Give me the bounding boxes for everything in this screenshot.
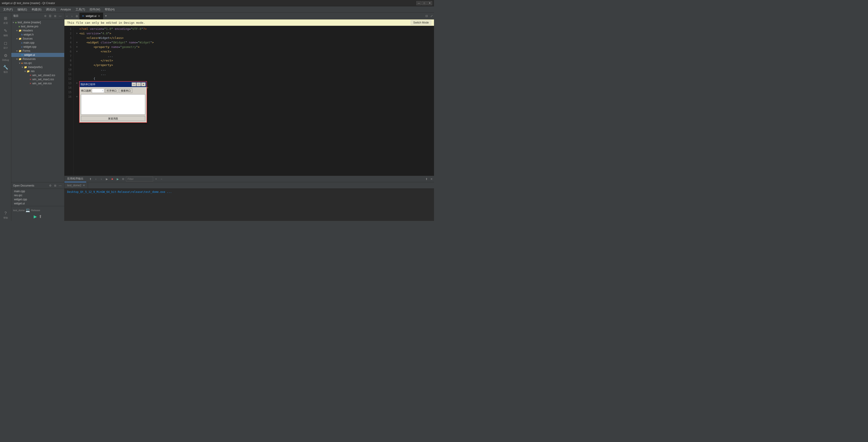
open-doc-main-cpp[interactable]: main.cpp <box>11 189 64 193</box>
folder-icon: 📁 <box>19 29 22 32</box>
build-selector: test_dome 💻 Release <box>13 208 62 212</box>
open-docs-sort-btn[interactable]: ⚙ <box>48 183 53 188</box>
bottom-upload-btn[interactable]: ⬆ <box>88 177 93 182</box>
open-doc-label: res.qrc <box>14 194 22 197</box>
open-doc-widget-cpp[interactable]: widget.cpp <box>11 197 64 201</box>
menu-analyze[interactable]: Analyze <box>58 7 73 12</box>
menu-controls[interactable]: 控件(W) <box>87 6 102 12</box>
computer-icon[interactable]: 💻 <box>26 208 30 212</box>
tree-item-ico2[interactable]: ✕ win_set_max1.ico <box>11 77 64 82</box>
tree-item-forms[interactable]: ▼ 📁 Forms <box>11 49 64 53</box>
design-label: 设计 <box>3 46 8 50</box>
tree-item-widget-h[interactable]: h widget.h <box>11 33 64 37</box>
menu-build[interactable]: 构建(B) <box>29 6 44 12</box>
menu-edit[interactable]: 编辑(E) <box>15 6 29 12</box>
run-icon[interactable]: ▶ <box>34 214 37 219</box>
tree-item-sources[interactable]: ▼ 📁 Sources <box>11 37 64 41</box>
open-doc-widget-ui[interactable]: widget.ui <box>11 201 64 206</box>
bottom-tab-output[interactable]: 应用程序输出 <box>64 176 86 182</box>
bottom-expand-btn[interactable]: ⬆ <box>424 177 429 182</box>
bottom-debug-btn[interactable]: ▶ <box>115 177 120 182</box>
bottom-forward-btn[interactable]: › <box>99 177 104 182</box>
code-line-5: ▼ <property name="geometry"> <box>76 45 431 49</box>
tree-item-label: /new/prefix1 <box>28 66 43 69</box>
tree-item-prefix[interactable]: ▼ 📁 /new/prefix1 <box>11 65 64 69</box>
tree-item-project[interactable]: ▼ ◆ test_dome [master] <box>11 20 64 24</box>
widget-minimize-btn[interactable]: — <box>132 82 136 86</box>
tab-menu-button[interactable]: ▼ <box>103 13 108 19</box>
open-docs-collapse-btn[interactable]: — <box>58 183 62 188</box>
tree-item-ico3[interactable]: ✕ win_set_min.ico <box>11 82 64 86</box>
run-controls: ▶ ⬆ <box>34 214 42 219</box>
send-message-btn[interactable]: 发送消息 <box>81 116 145 121</box>
minimize-button[interactable]: — <box>416 1 421 5</box>
widget-close-btn[interactable]: ✕ <box>141 82 146 86</box>
tab-close-btn[interactable]: ✕ <box>98 14 100 18</box>
sidebar-item-edit[interactable]: ✎ 编辑 <box>1 27 11 38</box>
bottom-run-btn[interactable]: ▶ <box>104 177 109 182</box>
debug-label: Debug <box>2 59 9 61</box>
editor-split-btn[interactable]: ⊟ <box>424 13 429 19</box>
output-tab-close-btn[interactable]: ✕ <box>83 184 85 187</box>
open-doc-res-qrc[interactable]: res.qrc <box>11 193 64 197</box>
welcome-label: 欢迎 <box>3 22 8 25</box>
tree-item-headers[interactable]: ▼ 📁 Headers <box>11 29 64 33</box>
tree-item-label: win_set_close2.ico <box>32 74 55 77</box>
code-line-3: <class>Widget</class> <box>76 36 431 40</box>
tab-icon: ✏ <box>82 14 84 18</box>
debug-run-icon[interactable]: ⬆ <box>39 214 42 219</box>
menu-help[interactable]: 帮助(H) <box>102 6 117 12</box>
bottom-stop-btn[interactable]: ■ <box>110 177 115 182</box>
tree-arrow-res-folder: ▼ <box>24 70 27 72</box>
bottom-close-btn[interactable]: ✕ <box>429 177 434 182</box>
sidebar-item-project[interactable]: 🔧 项目 <box>1 64 11 75</box>
help-icon: ? <box>4 211 6 216</box>
open-docs-split-btn[interactable]: ⊞ <box>53 183 57 188</box>
menu-debug[interactable]: 调试(D) <box>44 6 58 12</box>
maximize-button[interactable]: □ <box>422 1 427 5</box>
file-tree-filter-btn[interactable]: ⚙ <box>43 14 48 18</box>
tree-item-label: res.qrc <box>24 62 32 65</box>
editor-nav-bookmark[interactable]: ⊕ <box>74 13 80 19</box>
bottom-back-btn[interactable]: ‹ <box>93 177 98 182</box>
menu-file[interactable]: 文件(F) <box>1 6 15 12</box>
file-tree-collapse-btn[interactable]: — <box>58 14 62 18</box>
filter-input[interactable] <box>126 177 153 182</box>
sidebar-item-design[interactable]: ◻ 设计 <box>1 39 11 51</box>
widget-text-area[interactable] <box>81 94 145 115</box>
sidebar-item-help[interactable]: ? 帮助 <box>1 210 11 221</box>
filter-plus-btn[interactable]: + <box>154 177 158 182</box>
tree-arrow-forms: ▼ <box>16 50 19 52</box>
menu-tools[interactable]: 工具(T) <box>73 6 88 12</box>
editor-nav-forward[interactable]: › <box>69 13 74 19</box>
editor-expand-btn[interactable]: ⤢ <box>429 13 434 19</box>
tree-item-res-folder[interactable]: ▼ 📁 res <box>11 69 64 73</box>
tree-item-pro[interactable]: ■ test_dome.pro <box>11 24 64 29</box>
tree-item-res-qrc[interactable]: ▼ ■ res.qrc <box>11 61 64 65</box>
open-port-btn[interactable]: 打开串口 <box>105 88 118 93</box>
tree-item-ico1[interactable]: ✕ win_set_close2.ico <box>11 73 64 77</box>
widget-maximize-btn[interactable]: □ <box>136 82 141 86</box>
sidebar-item-debug[interactable]: ⚙ Debug <box>1 52 11 63</box>
editor-vertical-scrollbar[interactable] <box>431 26 434 176</box>
code-line-1: <?xml version="1.0" encoding="UTF-8"?> <box>76 27 431 31</box>
tree-item-widget-cpp[interactable]: c widget.cpp <box>11 45 64 49</box>
sources-folder-icon: 📁 <box>19 37 22 40</box>
tree-item-resources[interactable]: ▼ 📁 Resources <box>11 57 64 61</box>
filter-minus-btn[interactable]: − <box>159 177 164 182</box>
output-tab-test-dome2[interactable]: test_dome2 ✕ <box>64 182 88 189</box>
output-tab-label: test_dome2 <box>67 184 82 187</box>
tree-item-widget-ui[interactable]: ✏ widget.ui <box>11 53 64 57</box>
sidebar-item-welcome[interactable]: ⊞ 欢迎 <box>1 14 11 26</box>
switch-mode-button[interactable]: Switch Mode <box>411 20 431 25</box>
editor-nav-back[interactable]: ‹ <box>64 13 69 19</box>
port-combo[interactable]: ▼ <box>92 88 104 93</box>
bottom-settings-btn[interactable]: ⚙ <box>121 177 126 182</box>
file-tree: ▼ ◆ test_dome [master] ■ test_dome.pro ▼… <box>11 20 64 182</box>
close-button[interactable]: ✕ <box>427 1 432 5</box>
editor-tab-widget-ui[interactable]: ✏ widget.ui ✕ <box>80 13 103 20</box>
file-tree-link-btn[interactable]: ⛓ <box>48 14 53 18</box>
search-port-btn[interactable]: 搜索串口 <box>119 88 132 93</box>
file-tree-split-btn[interactable]: ⊞ <box>53 14 57 18</box>
tree-item-main-cpp[interactable]: c main.cpp <box>11 41 64 45</box>
